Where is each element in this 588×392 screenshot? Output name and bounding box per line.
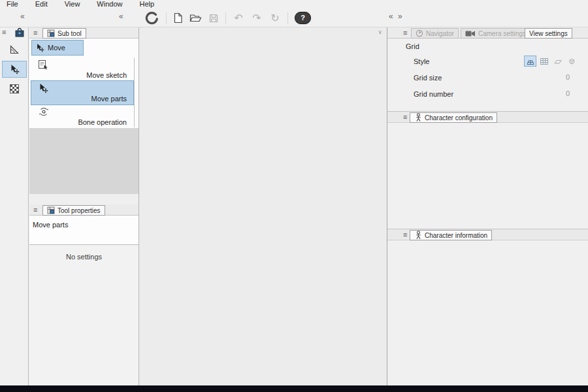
subtool-header: ≡ Sub tool: [29, 27, 139, 39]
grid-style-mesh-button[interactable]: [538, 56, 550, 67]
menu-bar: File Edit View Window Help: [0, 0, 588, 8]
save-icon: [208, 13, 219, 24]
reset-icon: ↻: [269, 12, 281, 24]
tab-character-information-label: Character information: [425, 232, 487, 239]
grid-section-title: Grid: [406, 42, 419, 50]
tool-properties-title: Move parts: [29, 216, 139, 245]
grid-plane-icon: [526, 57, 535, 65]
tool-properties-menu-icon[interactable]: ≡: [33, 206, 37, 214]
character-information-menu-icon[interactable]: ≡: [403, 231, 407, 238]
subtool-item-label: Move sketch: [86, 71, 127, 79]
subtool-item-move-sketch[interactable]: Move sketch: [31, 57, 133, 81]
toolbar: « «: [0, 8, 588, 27]
subtool-panel: ≡ Sub tool Move Move sketch: [29, 27, 139, 204]
tab-view-settings-label: View settings: [529, 30, 568, 37]
toolbar-separator: [287, 12, 288, 24]
menu-help[interactable]: Help: [139, 0, 154, 8]
tab-character-configuration-label: Character configuration: [425, 114, 493, 122]
view-panel-tabs: ≡ Navigator Camera settings View setting…: [387, 27, 588, 39]
undo-button[interactable]: ↶: [233, 10, 244, 26]
tool-palette-menu-icon[interactable]: ≡: [2, 28, 6, 36]
app-window: File Edit View Window Help « «: [0, 0, 588, 392]
collapse-subtool-palette-icon[interactable]: «: [119, 12, 123, 21]
grid-size-value[interactable]: 0: [566, 73, 570, 81]
tab-view-settings[interactable]: View settings: [525, 28, 572, 39]
subtool-tab-icon: [47, 29, 55, 37]
grid-mesh-icon: [540, 57, 549, 65]
grid-number-value[interactable]: 0: [566, 90, 570, 97]
tool-properties-tab-label: Tool properties: [57, 207, 101, 214]
navigator-icon: [416, 29, 423, 37]
status-bar: [0, 385, 588, 392]
right-dock: ≡ Navigator Camera settings View setting…: [387, 27, 588, 385]
help-button[interactable]: ?: [295, 12, 311, 24]
new-file-button[interactable]: [173, 10, 183, 26]
tool-move[interactable]: [2, 61, 27, 78]
character-information-header: ≡ Character information: [387, 229, 588, 240]
tool-properties-header: ≡ Tool properties: [29, 204, 139, 216]
character-information-content: [387, 240, 588, 385]
grid-style-row: Style: [414, 56, 578, 68]
collapse-tool-palette-icon[interactable]: «: [20, 12, 25, 21]
tab-navigator-label: Navigator: [426, 30, 454, 37]
tab-character-configuration[interactable]: Character configuration: [410, 112, 497, 123]
expand-right-dock-icon[interactable]: »: [398, 12, 402, 21]
grid-style-flat-button[interactable]: [551, 56, 564, 67]
person-icon: [414, 231, 422, 240]
move-parts-icon: [38, 83, 48, 93]
save-button[interactable]: [208, 10, 219, 26]
tool-properties-empty-message: No settings: [29, 253, 139, 261]
menu-file[interactable]: File: [7, 0, 18, 8]
canvas-dropdown-icon[interactable]: ∨: [378, 29, 382, 35]
character-configuration-menu-icon[interactable]: ≡: [403, 113, 407, 121]
tool-properties-tab-icon: [47, 206, 55, 214]
tab-camera-settings[interactable]: Camera settings: [461, 28, 531, 39]
redo-button[interactable]: ↷: [251, 10, 263, 26]
menu-edit[interactable]: Edit: [35, 0, 48, 8]
grid-size-label: Grid size: [414, 74, 442, 82]
subtool-empty-area: [29, 128, 139, 194]
tool-pattern[interactable]: [2, 80, 27, 97]
move-cursor-icon: [9, 64, 20, 74]
document-canvas[interactable]: ∨: [139, 27, 387, 385]
toolbar-separator: [166, 12, 167, 24]
subtool-item-move-parts[interactable]: Move parts: [31, 81, 133, 105]
tool-properties-body: No settings: [29, 245, 139, 385]
grid-flat-icon: [553, 57, 563, 65]
tab-navigator[interactable]: Navigator: [411, 28, 459, 39]
tab-character-information[interactable]: Character information: [410, 230, 492, 240]
subtool-scroll-gutter: [134, 57, 135, 127]
tab-subtool[interactable]: Sub tool: [42, 28, 86, 39]
subtool-item-bone-operation[interactable]: Bone operation: [31, 105, 133, 128]
subtool-group-move[interactable]: Move: [31, 40, 84, 56]
collapse-right-dock-icon[interactable]: «: [389, 12, 393, 21]
tab-tool-properties[interactable]: Tool properties: [42, 205, 105, 216]
checker-tool-icon: [9, 84, 20, 94]
character-configuration-header: ≡ Character configuration: [387, 111, 588, 123]
grid-number-label: Grid number: [414, 90, 453, 98]
subtool-item-label: Bone operation: [78, 118, 127, 126]
new-file-icon: [173, 12, 183, 24]
reset-view-button[interactable]: ↻: [269, 10, 281, 26]
grid-number-row: Grid number 0: [414, 89, 578, 101]
grid-style-plane-button[interactable]: [524, 56, 536, 67]
view-panel-menu-icon[interactable]: ≡: [403, 29, 407, 37]
open-file-button[interactable]: [189, 10, 202, 26]
toolbar-buttons: ↶ ↷ ↻ ?: [145, 8, 311, 27]
bone-operation-icon: [38, 106, 50, 117]
clip-studio-swirl-icon: [145, 11, 159, 25]
help-icon: ?: [301, 14, 305, 22]
tool-angle[interactable]: [2, 41, 27, 58]
redo-icon: ↷: [251, 12, 263, 24]
character-configuration-content: [387, 123, 588, 229]
move-cursor-icon: [35, 43, 44, 52]
grid-style-buttons: [524, 56, 578, 67]
menu-view[interactable]: View: [65, 0, 80, 8]
subtool-menu-icon[interactable]: ≡: [33, 29, 37, 37]
tool-properties-panel: ≡ Tool properties Move parts No settings: [29, 204, 139, 385]
grid-style-cube-button[interactable]: [565, 56, 578, 67]
menu-window[interactable]: Window: [97, 0, 122, 8]
clip-studio-button[interactable]: [145, 10, 159, 26]
toolbar-separator: [225, 12, 226, 24]
angle-tool-icon: [9, 44, 20, 55]
